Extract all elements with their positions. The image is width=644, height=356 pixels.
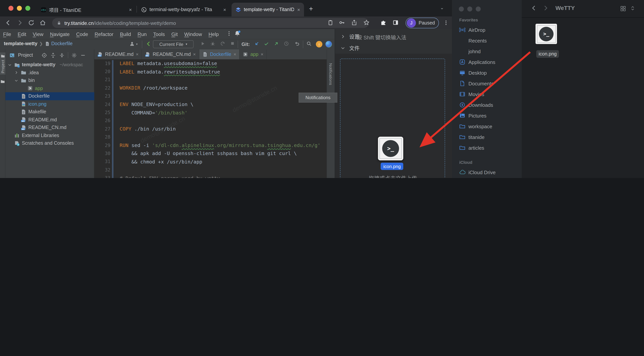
sidebar-item-movies[interactable]: Movies [452, 89, 522, 100]
breadcrumb-file[interactable]: Dockerfile [51, 41, 73, 46]
debug-icon[interactable] [210, 41, 216, 46]
breadcrumb[interactable]: template-wetty ❯ Dockerfile [4, 41, 73, 46]
chevron-down-icon[interactable] [14, 78, 18, 83]
breadcrumb-project[interactable]: template-wetty [4, 41, 38, 46]
sidebar-item-airdrop[interactable]: AirDrop [452, 24, 522, 35]
menu-item-tools[interactable]: Tools [153, 31, 165, 37]
password-key-icon[interactable] [339, 19, 345, 26]
finder-minimize-button[interactable] [467, 6, 472, 11]
menu-item-file[interactable]: File [3, 31, 11, 37]
close-icon[interactable]: × [136, 52, 138, 57]
chevron-down-icon[interactable] [8, 63, 12, 67]
code-line-28[interactable]: 28 [94, 133, 326, 141]
browser-tab[interactable]: <t>项目 - TitanIDE× [37, 3, 136, 16]
tree-item-readme-cn.md[interactable]: MDREADME_CN.md [5, 124, 94, 132]
editor-tab-dockerfile[interactable]: Dockerfile× [199, 49, 240, 59]
code-line-19[interactable]: 19LABEL metadata.usesubdomain=false [94, 59, 326, 68]
forward-icon[interactable] [16, 19, 23, 26]
home-icon[interactable] [40, 19, 46, 26]
upload-drop-target[interactable]: >_ icon.png 拖拽或点击文件上传 [340, 59, 445, 178]
tool-stripe-project[interactable]: Project [0, 52, 5, 75]
grid-view-icon[interactable] [620, 5, 626, 12]
git-update-icon[interactable] [254, 41, 260, 46]
code-line-23[interactable]: 23 [94, 92, 326, 100]
user-icon[interactable] [129, 41, 135, 47]
reload-icon[interactable] [28, 19, 34, 26]
menu-item-help[interactable]: Help [208, 31, 219, 37]
new-tab-button[interactable]: + [309, 5, 313, 13]
expand-all-icon[interactable] [50, 52, 56, 58]
bookmark-star-icon[interactable] [364, 19, 370, 26]
close-icon[interactable]: × [193, 52, 196, 57]
close-icon[interactable]: × [234, 52, 236, 57]
finder-close-button[interactable] [459, 6, 464, 11]
code-line-21[interactable]: 21 [94, 76, 326, 84]
user-dropdown-chevron-icon[interactable]: ▾ [136, 42, 138, 46]
update-available-icon[interactable]: ↑ [316, 41, 322, 47]
menu-item-window[interactable]: Window [184, 31, 202, 37]
run-configuration-select[interactable]: Current File ▾ [153, 40, 194, 48]
folder-stripe-icon[interactable] [0, 79, 5, 84]
tree-item-icon.png[interactable]: icon.png [5, 100, 94, 108]
code-line-20[interactable]: 20LABEL metadata.rewritesubpath=true [94, 68, 326, 76]
profile-chip[interactable]: J Paused [406, 18, 439, 28]
editor-tabs-kebab-icon[interactable] [226, 31, 232, 36]
address-bar[interactable]: try.titanide.cn/ide/web/coding/template-… [52, 18, 369, 28]
tree-item-dockerfile[interactable]: Dockerfile [5, 92, 94, 100]
tree-item-scratches-and-consoles[interactable]: Scratches and Consoles [5, 139, 94, 147]
tab-search-chevron-icon[interactable]: ⌄ [440, 5, 444, 10]
tree-item-template-wetty[interactable]: template-wetty~/workspac [5, 61, 94, 69]
finder-file-name[interactable]: icon.png [536, 50, 559, 58]
code-line-22[interactable]: 22WORKDIR /root/workspace [94, 84, 326, 92]
menu-item-edit[interactable]: Edit [18, 31, 26, 37]
sidebar-item-shared[interactable]: Shared [452, 178, 522, 178]
code-line-29[interactable]: 29RUN sed -i 's/dl-cdn.alpinelinux.org/m… [94, 141, 326, 150]
sidebar-item-downloads[interactable]: Downloads [452, 100, 522, 110]
sidebar-item-applications[interactable]: Applications [452, 57, 522, 67]
tree-item-app[interactable]: app [5, 84, 94, 92]
chevron-right-icon[interactable] [14, 71, 18, 75]
code-line-26[interactable]: 26 [94, 117, 326, 125]
git-push-icon[interactable] [274, 41, 279, 46]
menu-item-navigate[interactable]: Navigate [50, 31, 70, 37]
menu-item-code[interactable]: Code [76, 31, 88, 37]
menu-item-build[interactable]: Build [120, 31, 131, 37]
run-icon[interactable] [200, 41, 206, 46]
hide-panel-icon[interactable] [80, 52, 86, 58]
browser-menu-kebab-icon[interactable] [443, 20, 449, 26]
menu-item-git[interactable]: Git [171, 31, 178, 37]
code-line-31[interactable]: 31 && chmod +x /usr/bin/app [94, 158, 326, 166]
sidebar-item-titanide[interactable]: titanide [452, 132, 522, 142]
gear-icon[interactable] [71, 52, 77, 58]
files-section-header[interactable]: 文件 [335, 42, 452, 54]
notifications-stripe-tab[interactable]: Notifications [328, 63, 333, 85]
tree-item-makefile[interactable]: Makefile [5, 108, 94, 116]
sidebar-item-documents[interactable]: Documents [452, 78, 522, 89]
tab-close-icon[interactable]: × [129, 7, 132, 12]
menu-item-run[interactable]: Run [138, 31, 147, 37]
tab-close-icon[interactable]: × [223, 7, 226, 12]
code-line-27[interactable]: 27COPY ./bin /usr/bin [94, 125, 326, 133]
code-line-25[interactable]: 25 COMMAND='/bin/bash' [94, 109, 326, 117]
git-commit-icon[interactable] [264, 41, 269, 46]
sidebar-item-desktop[interactable]: Desktop [452, 67, 522, 78]
share-icon[interactable] [351, 19, 357, 26]
project-panel-title[interactable]: Project [18, 52, 33, 58]
finder-back-icon[interactable] [531, 5, 537, 11]
code-editor[interactable]: 19LABEL metadata.usesubdomain=false20LAB… [94, 59, 326, 178]
extensions-puzzle-icon[interactable] [380, 19, 386, 26]
window-zoom-button[interactable] [25, 6, 30, 11]
file-upload-zone[interactable]: >_ icon.png 拖拽或点击文件上传 [335, 54, 452, 178]
tab-close-icon[interactable]: × [297, 7, 300, 12]
history-icon[interactable] [284, 41, 289, 46]
browser-tab[interactable]: template-wetty - TitanIDE× [232, 3, 304, 16]
locate-file-icon[interactable] [42, 52, 47, 58]
notifications-bell-icon[interactable] [234, 30, 241, 37]
tree-item-.idea[interactable]: .idea [5, 69, 94, 77]
sidebar-item-pictures[interactable]: Pictures [452, 110, 522, 121]
sidebar-item-recents[interactable]: Recents [452, 35, 522, 46]
sidebar-toggle-icon[interactable] [392, 19, 399, 26]
collapse-all-icon[interactable] [59, 52, 65, 58]
editor-tab-app[interactable]: app× [240, 49, 267, 59]
tree-item-external-libraries[interactable]: External Libraries [5, 132, 94, 139]
